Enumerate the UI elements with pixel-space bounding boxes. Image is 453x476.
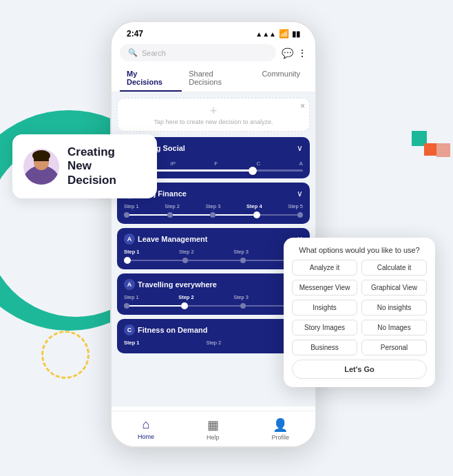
chevron-down-icon: ∨ [297,189,303,198]
option-graphical-view[interactable]: Graphical View [361,280,427,296]
tab-shared-decisions[interactable]: Shared Decisions [182,65,255,92]
option-insights[interactable]: Insights [292,300,357,315]
notification-icon[interactable]: 💬 [282,48,293,59]
decision-header: C Fitness on Demand ∨ [124,324,303,335]
home-icon: ⌂ [143,417,150,432]
step-dot-active [124,257,131,264]
option-story-images[interactable]: Story Images [292,320,357,335]
step-dot-active [253,211,260,218]
decision-title-text: Travelling everywhere [138,280,217,289]
bottom-nav: ⌂ Home ▦ Help 👤 Profile [112,411,315,446]
search-icon: 🔍 [128,48,138,57]
search-action-icons: 💬 ⋮ [282,48,307,59]
decision-title-text: Fitness on Demand [138,326,207,334]
help-icon: ▦ [207,417,219,433]
nav-home[interactable]: ⌂ Home [138,417,154,440]
orange-square [424,143,436,156]
step-dot [240,258,246,263]
decision-travelling[interactable]: A Travelling everywhere ∨ Step 1 Step 2 … [117,273,310,315]
option-business[interactable]: Business [292,340,357,355]
step-line [129,305,181,307]
steps-track [124,257,303,264]
step-line [188,305,240,307]
wifi-icon: 📶 [279,29,289,39]
slider-thumb[interactable] [249,167,257,175]
chevron-down-icon: ∨ [297,143,303,153]
steps-track [124,302,303,309]
step-line [188,260,240,261]
tab-my-decisions[interactable]: My Decisions [120,65,182,92]
options-popup: What options would you like to use? Anal… [284,238,435,387]
step-dot-active [181,302,188,309]
step-labels: Step 1 Step 2 Step 3 [124,340,303,346]
close-button[interactable]: × [300,101,305,111]
decision-card-title: Creating New Decision [67,145,142,187]
steps-track [124,211,303,218]
step-dot [124,212,129,218]
decision-name: C Fitness on Demand [124,324,207,335]
status-time: 2:47 [127,29,143,39]
step-labels: Step 1 Step 2 Step 3 Step 4 [124,249,303,255]
decision-badge: C [124,324,135,335]
step-dot [182,258,188,263]
step-dot [297,212,303,218]
add-icon: + [123,104,304,118]
step-line [131,260,182,261]
avatar [23,149,59,185]
signal-icon: ▲▲▲ [255,30,276,38]
option-analyze-it[interactable]: Analyze it [292,260,357,276]
options-title: What options would you like to use? [292,246,427,254]
status-icons: ▲▲▲ 📶 ▮▮ [255,29,300,39]
decision-name: A Leave Management [124,234,207,245]
step-line [260,214,298,216]
decision-name: A Travelling everywhere [124,279,217,290]
search-input[interactable]: 🔍 Search [120,44,276,61]
search-placeholder: Search [142,49,166,57]
salmon-square [436,143,450,157]
status-bar: 2:47 ▲▲▲ 📶 ▮▮ [112,22,315,41]
decision-leave-management[interactable]: A Leave Management ∨ Step 1 Step 2 Step … [117,228,310,269]
option-calculate-it[interactable]: Calculate it [361,260,427,276]
decision-title-text: Leave Management [138,235,207,243]
profile-icon: 👤 [273,417,288,433]
options-grid: Analyze it Calculate it Messenger View G… [292,260,427,355]
step-line [173,214,211,216]
step-labels: Step 1 Step 2 Step 3 Step 4 [124,294,303,300]
decision-badge: A [124,279,135,290]
battery-icon: ▮▮ [292,30,300,39]
tab-community[interactable]: Community [255,65,307,92]
decision-header: A Leave Management ∨ [124,234,303,245]
step-line [215,214,253,216]
step-dot [240,303,246,309]
step-dot [167,212,173,218]
creating-decision-card: Creating New Decision [12,134,157,198]
option-personal[interactable]: Personal [361,340,427,355]
decision-badge: A [124,234,135,245]
nav-profile[interactable]: 👤 Profile [271,417,289,441]
step-dot [210,212,215,218]
more-icon[interactable]: ⋮ [297,48,307,59]
create-hint: Tap here to create new decision to analy… [123,118,304,125]
decision-header: A Travelling everywhere ∨ [124,279,303,290]
dotted-circle-decoration [41,331,89,379]
nav-profile-label: Profile [271,434,289,441]
lets-go-button[interactable]: Let's Go [292,360,427,379]
option-messenger-view[interactable]: Messenger View [292,280,357,296]
nav-help[interactable]: ▦ Help [207,417,220,441]
tabs-bar: My Decisions Shared Decisions Community [112,65,315,92]
decision-fitness[interactable]: C Fitness on Demand ∨ Step 1 Step 2 Step… [117,319,310,353]
search-bar[interactable]: 🔍 Search 💬 ⋮ [112,41,315,65]
step-line [129,214,167,216]
option-no-images[interactable]: No Images [361,320,427,335]
step-dot [124,303,129,309]
step-labels: Step 1 Step 2 Step 3 Step 4 Step 5 [124,203,303,209]
nav-home-label: Home [138,433,154,440]
nav-help-label: Help [207,434,220,441]
create-decision-area[interactable]: × + Tap here to create new decision to a… [117,98,310,132]
option-no-insights[interactable]: No insights [361,300,427,315]
